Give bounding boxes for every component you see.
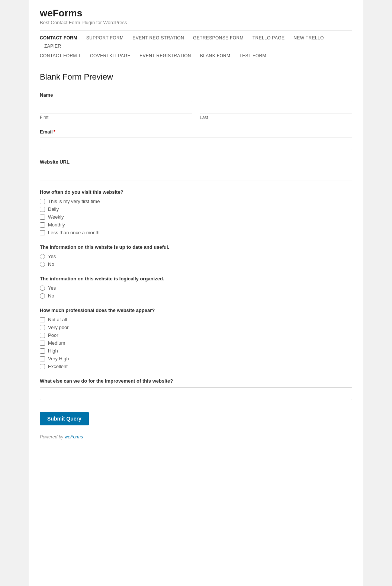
q1-options: This is my very first time Daily Weekly … — [40, 199, 352, 235]
submit-button[interactable]: Submit Query — [40, 412, 89, 425]
nav-row-2: CONTACT FORM T COVERTKIT PAGE EVENT REGI… — [40, 52, 352, 60]
required-marker: * — [54, 129, 55, 135]
q1-option-0[interactable] — [40, 199, 45, 204]
q5-section: What else can we do for the improvement … — [40, 378, 352, 400]
q3-label: The information on this website is logic… — [40, 276, 352, 281]
q1-option-1[interactable] — [40, 207, 45, 212]
list-item[interactable]: Yes — [40, 285, 352, 291]
last-name-col: Last — [200, 101, 352, 120]
nav-item-new-trello[interactable]: NEW TRELLO — [289, 34, 328, 42]
list-item[interactable]: Monthly — [40, 222, 352, 228]
name-label: Name — [40, 92, 352, 98]
nav-item-trello-page[interactable]: TRELLO PAGE — [248, 34, 289, 42]
q4-option-3[interactable] — [40, 341, 45, 346]
q5-label: What else can we do for the improvement … — [40, 378, 352, 384]
nav-item-covertkit-page[interactable]: COVERTKIT PAGE — [86, 52, 135, 60]
nav-bar: CONTACT FORM SUPPORT FORM EVENT REGISTRA… — [40, 30, 352, 63]
name-section: Name First Last — [40, 92, 352, 120]
q2-option-0[interactable] — [40, 254, 45, 259]
q4-option-1[interactable] — [40, 325, 45, 330]
first-name-col: First — [40, 101, 192, 120]
q4-options: Not at all Very poor Poor Medium High Ve… — [40, 317, 352, 369]
q4-section: How much professional does the website a… — [40, 308, 352, 369]
q1-option-3[interactable] — [40, 222, 45, 228]
list-item[interactable]: No — [40, 261, 352, 267]
q3-option-1[interactable] — [40, 293, 45, 299]
first-name-input[interactable] — [40, 101, 192, 113]
last-sublabel: Last — [200, 115, 352, 120]
list-item[interactable]: Medium — [40, 340, 352, 346]
submit-section: Submit Query — [40, 409, 352, 425]
q3-option-0[interactable] — [40, 286, 45, 291]
nav-item-blank-form[interactable]: BLANK FORM — [196, 52, 235, 60]
site-title: weForms — [40, 7, 352, 19]
page-title: Blank Form Preview — [40, 72, 352, 82]
nav-item-event-registration[interactable]: EVENT REGISTRATION — [128, 34, 189, 42]
list-item[interactable]: High — [40, 348, 352, 354]
q2-options: Yes No — [40, 254, 352, 267]
q1-option-2[interactable] — [40, 215, 45, 220]
q4-option-2[interactable] — [40, 333, 45, 338]
first-sublabel: First — [40, 115, 192, 120]
nav-item-zapier[interactable]: ZAPIER — [40, 42, 66, 50]
nav-item-contact-form[interactable]: CONTACT FORM — [40, 34, 82, 42]
name-row: First Last — [40, 101, 352, 120]
last-name-input[interactable] — [200, 101, 352, 113]
q4-option-6[interactable] — [40, 364, 45, 369]
nav-row-1: CONTACT FORM SUPPORT FORM EVENT REGISTRA… — [40, 34, 352, 50]
website-input[interactable] — [40, 168, 352, 180]
list-item[interactable]: Excellent — [40, 364, 352, 369]
q5-input[interactable] — [40, 387, 352, 400]
nav-item-event-registration-2[interactable]: EVENT REGISTRATION — [135, 52, 196, 60]
site-header: weForms Best Contact Form Plugin for Wor… — [40, 7, 352, 30]
q1-option-4[interactable] — [40, 230, 45, 235]
list-item[interactable]: Daily — [40, 206, 352, 212]
nav-item-contact-form-t[interactable]: CONTACT FORM T — [40, 52, 86, 60]
list-item[interactable]: Less than once a month — [40, 230, 352, 235]
list-item[interactable]: Not at all — [40, 317, 352, 322]
q1-label: How often do you visit this website? — [40, 189, 352, 195]
list-item[interactable]: Poor — [40, 332, 352, 338]
website-section: Website URL — [40, 159, 352, 180]
email-label: Email* — [40, 129, 352, 135]
q2-option-1[interactable] — [40, 262, 45, 267]
nav-item-support-form[interactable]: SUPPORT FORM — [82, 34, 128, 42]
q2-section: The information on this website is up to… — [40, 244, 352, 267]
q1-section: How often do you visit this website? Thi… — [40, 189, 352, 235]
list-item[interactable]: Very High — [40, 356, 352, 361]
q3-options: Yes No — [40, 285, 352, 299]
email-input[interactable] — [40, 138, 352, 150]
email-section: Email* — [40, 129, 352, 150]
list-item[interactable]: Yes — [40, 254, 352, 259]
powered-by: Powered by weForms — [40, 434, 352, 440]
list-item[interactable]: Weekly — [40, 214, 352, 220]
nav-item-getresponse-form[interactable]: GETRESPONSE FORM — [189, 34, 248, 42]
list-item[interactable]: No — [40, 293, 352, 299]
q4-label: How much professional does the website a… — [40, 308, 352, 313]
weforms-link[interactable]: weForms — [65, 434, 83, 440]
q3-section: The information on this website is logic… — [40, 276, 352, 299]
q4-option-4[interactable] — [40, 348, 45, 354]
q2-label: The information on this website is up to… — [40, 244, 352, 250]
website-label: Website URL — [40, 159, 352, 165]
q4-option-0[interactable] — [40, 317, 45, 322]
site-tagline: Best Contact Form Plugin for WordPress — [40, 20, 352, 25]
list-item[interactable]: Very poor — [40, 325, 352, 330]
list-item[interactable]: This is my very first time — [40, 199, 352, 204]
q4-option-5[interactable] — [40, 356, 45, 361]
nav-item-test-form[interactable]: TEST FORM — [235, 52, 270, 60]
